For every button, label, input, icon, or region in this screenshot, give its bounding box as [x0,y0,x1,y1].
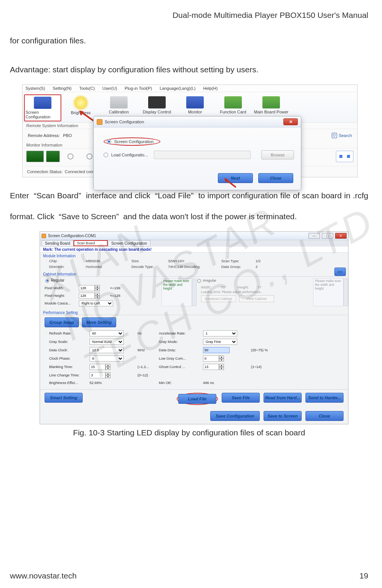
construct-cabinet-button[interactable]: Construct Cabinet [201,295,236,302]
radio-irregular[interactable] [197,279,201,283]
screen-configuration-dialog: Screen Configuration ✕ Screen Configurat… [93,116,301,190]
paragraph-1: for configuration files. [10,30,368,51]
irr-height-value: ?? [257,285,273,289]
data-duty-input[interactable] [203,347,230,353]
gray-scale-select[interactable]: Normal 8192 [90,339,124,345]
low-gray-spinner[interactable]: ▲▼ [203,355,249,362]
performance-grid: Refresh Rate: 60 Hz Accelerate Rate: 1 G… [40,330,348,387]
power-board-icon [262,96,280,108]
expand-button[interactable]: >> [334,268,346,276]
decode-value: 74HC138 Decoding [168,265,217,269]
data-duty-label: Data Duty: [159,348,201,352]
option-load-configuration[interactable]: Load Configuratio... [111,153,148,157]
pcb-icon [224,96,242,108]
save-to-screen-button[interactable]: Save to Screen [264,411,302,421]
sun-icon [74,96,87,109]
doc-header: Dual-mode Multimedia Player PBOX150 User… [10,11,368,20]
menu-help[interactable]: Help(H) [203,86,217,91]
option-screen-configuration[interactable]: Screen Configuration [104,137,160,146]
clock-phase-select[interactable]: 6 [90,355,124,362]
read-from-hardware-button[interactable]: Read from Hard... [264,393,302,403]
refresh-rate-select[interactable]: 60 [90,330,124,336]
irr-error: Loading error. Please adjust performance… [201,290,310,294]
irr-width-label: Width: [201,285,219,289]
close-button[interactable]: Close [258,173,293,183]
save-file-button[interactable]: Save File [222,393,260,403]
save-configuration-button[interactable]: Save Configuration [210,411,260,421]
dialog-titlebar: Screen Configuration ✕ [94,116,301,127]
close-button[interactable]: ✕ [335,233,347,239]
line-change-time-unit: (0~12) [137,373,157,377]
toolbar-label: Monitor [188,110,202,114]
data-clock-select[interactable]: 12.5 [90,347,124,353]
data-duty-unit: (25~75) % [251,348,274,352]
blanking-time-spinner[interactable]: ▲▼ [90,364,135,370]
menu-system[interactable]: System(S) [26,86,45,91]
refresh-rate-label: Refresh Rate: [49,331,87,335]
dialog-title: Screen Configuration [105,120,144,124]
menu-language[interactable]: Language(Lang)(L) [160,86,195,91]
pixel-height-spinner[interactable]: ▲▼ [79,293,108,299]
mark-warning: Mark: The current operation in cascading… [40,247,348,253]
remote-address-value: PBO [63,133,72,138]
radio-regular[interactable] [45,279,49,283]
menu-setting[interactable]: Setting(N) [53,86,72,91]
datagroup-label: Data Group: [221,265,252,269]
radio-on-icon [107,139,111,144]
window-title: Screen Configuration-COM1 [48,234,96,238]
browse-button[interactable]: Browse [261,150,294,159]
screenshot-scanboard: Screen Configuration-COM1 — ▢ ✕ Sending … [40,231,348,424]
calibration-icon [110,96,128,108]
ghost-control-spinner[interactable]: ▲▼ [203,364,249,370]
tab-scan-board[interactable]: Scan Board [74,240,108,246]
gray-mode-select[interactable]: Gray First [203,339,237,345]
close-button[interactable]: Close [305,411,344,421]
more-setting-button[interactable]: More Setting [82,317,116,327]
direction-label: Direction: [49,265,82,269]
window-titlebar: Screen Configuration-COM1 — ▢ ✕ [40,232,348,240]
section-module-info: Module Information [40,253,348,258]
toolbar-label: Screen Configuration [26,110,60,119]
send-to-hardware-button[interactable]: Send to Hardw... [305,393,344,403]
search-label: Search [339,133,352,138]
pixel-height-label: Pixel Height: [45,293,77,298]
group-swap-button[interactable]: Group Swap [45,317,79,327]
load-file-button[interactable]: Load File [178,394,216,404]
module-cascade-select[interactable]: Right to Left [79,300,113,306]
scantype-value: 1/2 [256,259,278,263]
chip-icon [26,151,44,162]
smart-setting-button[interactable]: Smart Setting [45,393,83,403]
file-path-input[interactable] [154,151,251,159]
direction-value: Horizontal [86,265,128,269]
line-change-time-spinner[interactable]: ▲▼ [90,372,135,378]
pixel-width-label: Pixel Width: [45,286,77,290]
radio-off-icon[interactable] [104,153,108,157]
datagroup-value: 2 [256,265,278,269]
menu-plugin[interactable]: Plug-in Tool(P) [125,86,152,91]
accelerate-rate-select[interactable]: 1 [203,330,237,336]
chip-label: Chip: [49,259,82,263]
status-dot [67,153,74,159]
pixel-width-spinner[interactable]: ▲▼ [79,285,108,291]
search-button[interactable]: Search [332,133,352,138]
app-icon [42,234,46,238]
load-file-highlight: Load File [177,393,218,405]
remote-address-label: Remote Address: [28,133,60,138]
dialog-close-button[interactable]: ✕ [283,118,298,125]
scantype-label: Scan Type: [221,259,252,263]
toolbar-screen-configuration[interactable]: Screen Configuration [24,94,61,121]
menu-tools[interactable]: Tools(C) [79,86,95,91]
line-change-time-label: Line Change Time: [49,373,87,377]
ghost-control-unit: (1~14) [251,365,274,369]
tab-screen-configuration[interactable]: Screen Configuration [108,240,150,247]
min-oe-label: Min OE: [159,381,201,385]
minimize-button[interactable]: — [308,233,320,239]
maximize-button[interactable]: ▢ [322,233,333,239]
menu-user[interactable]: User(U) [102,86,117,91]
tab-sending-board[interactable]: Sending Board [42,240,74,247]
app-icon [97,119,102,125]
low-gray-label: Low Gray Com... [159,356,201,360]
doc-footer: www.novastar.tech 19 [10,571,368,580]
tab-bar: Sending Board Scan Board Screen Configur… [40,240,348,247]
view-cabinet-button[interactable]: View Cabinet [239,295,274,302]
